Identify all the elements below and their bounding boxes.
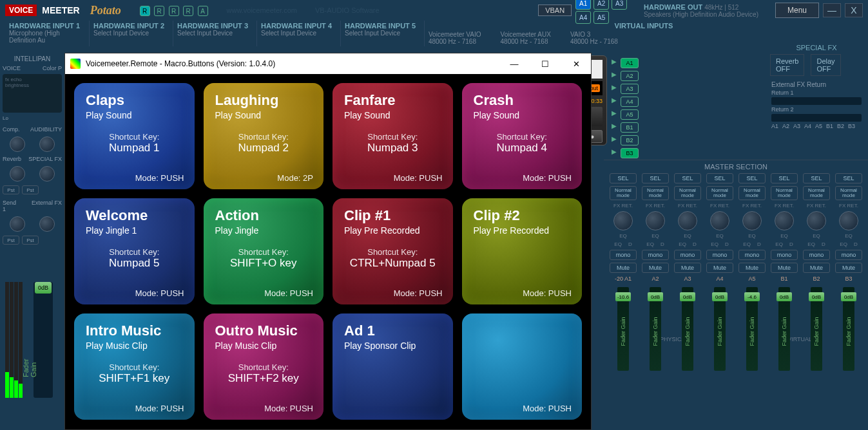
bus-fader-handle[interactable]: 0dB xyxy=(680,292,695,301)
rec-a5[interactable]: A5 xyxy=(621,109,639,120)
bus-fader-handle[interactable]: -4.6 xyxy=(744,292,760,301)
macro-button-11[interactable]: Mode: PUSH xyxy=(462,313,583,420)
sel-button[interactable]: SEL xyxy=(674,173,701,183)
mute-button[interactable]: Mute xyxy=(610,263,637,273)
fxret-knob[interactable] xyxy=(742,211,762,230)
macro-maximize-button[interactable]: ☐ xyxy=(535,56,555,71)
ext-knob[interactable] xyxy=(39,216,55,232)
bus-fader-handle[interactable]: 0dB xyxy=(776,292,792,301)
sel-button[interactable]: SEL xyxy=(642,173,669,183)
hardware-input-2[interactable]: HARDWARE INPUT 2 Select Input Device xyxy=(89,21,173,46)
rec-a2[interactable]: A2 xyxy=(621,71,639,81)
fxret-knob[interactable] xyxy=(613,211,633,230)
mono-button[interactable]: mono xyxy=(674,250,701,260)
macro-button-5[interactable]: ActionPlay JingleShortcut Key:SHIFT+O ke… xyxy=(204,198,324,304)
macro-close-button[interactable]: ✕ xyxy=(566,56,586,71)
delay-box[interactable]: DelayOFF xyxy=(811,54,840,76)
fader-handle[interactable]: 0dB xyxy=(35,282,52,294)
pst-button-1[interactable]: Pst xyxy=(3,185,19,194)
mute-button[interactable]: Mute xyxy=(835,263,862,273)
rec-a3[interactable]: A3 xyxy=(621,84,639,94)
macro-button-6[interactable]: Clip #1Play Pre RecordedShortcut Key:CTR… xyxy=(333,198,453,304)
macro-minimize-button[interactable]: — xyxy=(505,56,524,71)
macro-button-9[interactable]: Outro MusicPlay Music ClipShortcut Key:S… xyxy=(204,313,324,420)
r-badge-1[interactable]: R xyxy=(154,6,164,16)
bus-fader-handle[interactable]: 0dB xyxy=(841,292,856,301)
macro-titlebar[interactable]: Voicemeeter.Remote - Macro.Buttons (Vers… xyxy=(65,53,591,74)
mode-button[interactable]: Normalmode xyxy=(835,186,862,200)
mode-button[interactable]: Normalmode xyxy=(803,186,830,200)
fxret-knob[interactable] xyxy=(775,211,794,230)
hardware-out[interactable]: HARDWARE OUT 48kHz | 512 Speakers (High … xyxy=(644,3,758,18)
pst-button-2[interactable]: Pst xyxy=(22,185,39,194)
mute-button[interactable]: Mute xyxy=(771,263,798,273)
mode-button[interactable]: Normalmode xyxy=(610,186,637,200)
rec-a4[interactable]: A4 xyxy=(621,97,639,107)
close-button[interactable]: X xyxy=(845,3,863,17)
mode-button[interactable]: Normalmode xyxy=(674,186,701,200)
mute-button[interactable]: Mute xyxy=(738,263,766,273)
sel-button[interactable]: SEL xyxy=(835,173,862,183)
mode-button[interactable]: Normalmode xyxy=(771,186,798,200)
rec-a1[interactable]: A1 xyxy=(621,58,639,68)
mute-button[interactable]: Mute xyxy=(642,263,669,273)
fxret-knob[interactable] xyxy=(807,211,826,230)
hardware-input-4[interactable]: HARDWARE INPUT 4 Select Input Device xyxy=(256,21,340,46)
macro-button-2[interactable]: FanfarePlay SoundShortcut Key:Numpad 3Mo… xyxy=(333,83,453,189)
bus-fader-handle[interactable]: -10.6 xyxy=(615,292,631,301)
fxret-knob[interactable] xyxy=(710,211,729,230)
macro-button-7[interactable]: Clip #2Play Pre RecordedMode: PUSH xyxy=(462,198,583,304)
sel-button[interactable]: SEL xyxy=(706,173,733,183)
macro-button-3[interactable]: CrashPlay SoundShortcut Key:Numpad 4Mode… xyxy=(462,83,583,189)
macro-button-0[interactable]: ClapsPlay SoundShortcut Key:Numpad 1Mode… xyxy=(74,83,195,189)
mono-button[interactable]: mono xyxy=(642,250,669,260)
bus-a3[interactable]: A3 xyxy=(612,0,627,10)
sel-button[interactable]: SEL xyxy=(803,173,830,183)
macro-button-4[interactable]: WelcomePlay Jingle 1Shortcut Key:Numpad … xyxy=(74,198,195,304)
audibility-knob[interactable] xyxy=(39,136,55,152)
input-fader[interactable]: 0dB xyxy=(34,282,53,398)
fxret-knob[interactable] xyxy=(646,211,665,230)
bus-fader-handle[interactable]: 0dB xyxy=(712,292,728,301)
macro-button-1[interactable]: LaughingPlay SoundShortcut Key:Numpad 2M… xyxy=(204,83,324,189)
bus-fader-handle[interactable]: 0dB xyxy=(809,292,824,301)
rec-b3[interactable]: B3 xyxy=(621,148,639,158)
mode-button[interactable]: Normalmode xyxy=(738,186,766,200)
mute-button[interactable]: Mute xyxy=(706,263,733,273)
reverb-knob[interactable] xyxy=(10,166,25,182)
bus-a2[interactable]: A2 xyxy=(593,0,609,10)
mute-button[interactable]: Mute xyxy=(674,263,701,273)
mono-button[interactable]: mono xyxy=(835,250,862,260)
hardware-input-1[interactable]: HARDWARE INPUT 1 Microphone (High Defini… xyxy=(5,21,89,46)
return2-slider[interactable] xyxy=(771,114,862,122)
delay-knob[interactable] xyxy=(39,166,55,182)
reverb-box[interactable]: ReverbOFF xyxy=(770,54,804,76)
rec-b2[interactable]: B2 xyxy=(621,135,639,145)
return1-slider[interactable] xyxy=(771,97,862,105)
menu-button[interactable]: Menu xyxy=(775,3,819,18)
r-badge-0[interactable]: R xyxy=(140,6,150,16)
bus-fader-handle[interactable]: 0dB xyxy=(648,292,663,301)
r-badge-3[interactable]: R xyxy=(183,6,193,16)
rec-b1[interactable]: B1 xyxy=(621,122,639,133)
minimize-button[interactable]: — xyxy=(823,3,841,17)
comp-knob[interactable] xyxy=(10,136,25,152)
fxret-knob[interactable] xyxy=(678,211,697,230)
r-badge-2[interactable]: R xyxy=(169,6,179,16)
mono-button[interactable]: mono xyxy=(610,250,637,260)
fxret-knob[interactable] xyxy=(839,211,858,230)
hardware-input-3[interactable]: HARDWARE INPUT 3 Select Input Device xyxy=(173,21,256,46)
mono-button[interactable]: mono xyxy=(803,250,830,260)
mono-button[interactable]: mono xyxy=(771,250,798,260)
vban-button[interactable]: VBAN xyxy=(538,5,572,16)
virtual-vaio[interactable]: Voicemeeter VAIO48000 Hz - 7168 xyxy=(429,31,481,45)
macro-button-10[interactable]: Ad 1Play Sponsor Clip xyxy=(333,313,453,420)
bus-a1[interactable]: A1 xyxy=(575,0,591,10)
send-knob[interactable] xyxy=(10,216,25,232)
mute-button[interactable]: Mute xyxy=(803,263,830,273)
macro-button-8[interactable]: Intro MusicPlay Music ClipShortcut Key:S… xyxy=(74,313,195,420)
sel-button[interactable]: SEL xyxy=(738,173,766,183)
sel-button[interactable]: SEL xyxy=(610,173,637,183)
mono-button[interactable]: mono xyxy=(738,250,766,260)
hardware-input-5[interactable]: HARDWARE INPUT 5 Select Input Device xyxy=(340,21,424,46)
